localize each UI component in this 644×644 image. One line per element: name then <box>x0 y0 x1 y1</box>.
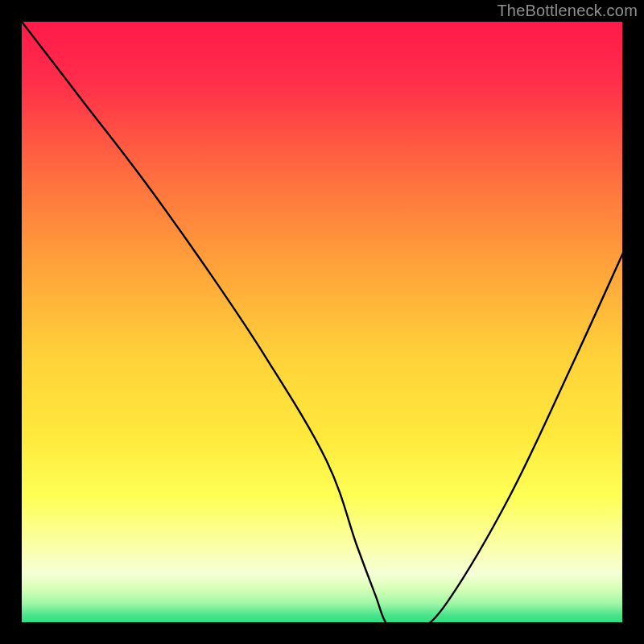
chart-container <box>0 0 644 644</box>
plot-background <box>22 22 631 631</box>
watermark-text: TheBottleneck.com <box>497 2 638 20</box>
bottleneck-chart <box>0 0 644 644</box>
